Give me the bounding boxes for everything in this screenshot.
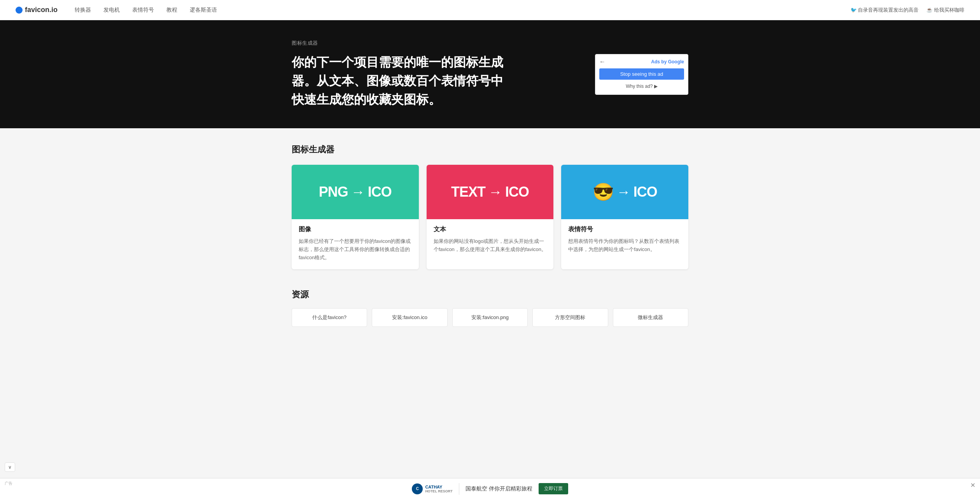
card-image-desc: 如果你已经有了一个想要用于你的favicon的图像或标志，那么使用这个工具将你的… [299, 237, 412, 262]
card-image-title: 图像 [299, 225, 412, 234]
hero-section: 图标生成器 你的下一个项目需要的唯一的图标生成器。从文本、图像或数百个表情符号中… [0, 20, 980, 128]
stop-seeing-ad-button[interactable]: Stop seeing this ad [599, 68, 684, 80]
resources-grid: 什么是favicon? 安装:favicon.ico 安装:favicon.pn… [292, 308, 688, 327]
nav-coffee[interactable]: ☕ 给我买杯咖啡 [926, 7, 964, 14]
nav-link-tutorial[interactable]: 教程 [161, 4, 183, 16]
nav-link-generator[interactable]: 发电机 [98, 4, 125, 16]
ad-popup: ← Ads by Google Stop seeing this ad Why … [595, 54, 688, 95]
resource-squarespace[interactable]: 方形空间图标 [532, 308, 608, 327]
nav-link-emoji[interactable]: 表情符号 [127, 4, 159, 16]
card-text-banner: TEXT → ICO [427, 165, 554, 219]
card-image[interactable]: PNG → ICO 图像 如果你已经有了一个想要用于你的favicon的图像或标… [292, 165, 419, 269]
generator-section-title: 图标生成器 [292, 144, 688, 155]
nav-link-converter[interactable]: 转换器 [69, 4, 96, 16]
resources-section-title: 资源 [292, 289, 688, 300]
resource-what-is-favicon[interactable]: 什么是favicon? [292, 308, 367, 327]
nav-right: 🐦 自录音再现装置发出的高音 ☕ 给我买杯咖啡 [850, 7, 964, 14]
nav-twitter[interactable]: 🐦 自录音再现装置发出的高音 [850, 7, 919, 14]
nav-link-logos[interactable]: 逻各斯圣语 [184, 4, 222, 16]
card-text-title: 文本 [434, 225, 547, 234]
card-image-banner: PNG → ICO [292, 165, 419, 219]
card-text[interactable]: TEXT → ICO 文本 如果你的网站没有logo或图片，想从头开始生成一个f… [427, 165, 554, 269]
card-emoji-desc: 想用表情符号作为你的图标吗？从数百个表情列表中选择，为您的网站生成一个favic… [568, 237, 681, 254]
card-emoji[interactable]: 😎 → ICO 表情符号 想用表情符号作为你的图标吗？从数百个表情列表中选择，为… [561, 165, 688, 269]
brand-name: favicon.io [25, 6, 58, 14]
hero-subtitle: 图标生成器 [292, 40, 509, 47]
card-emoji-title: 表情符号 [568, 225, 681, 234]
cards-grid: PNG → ICO 图像 如果你已经有了一个想要用于你的favicon的图像或标… [292, 165, 688, 269]
ad-back-icon[interactable]: ← [599, 58, 606, 65]
main-content: 图标生成器 PNG → ICO 图像 如果你已经有了一个想要用于你的favico… [276, 128, 704, 335]
nav-links: 转换器 发电机 表情符号 教程 逻各斯圣语 [69, 4, 850, 16]
card-emoji-banner: 😎 → ICO [561, 165, 688, 219]
navbar: favicon.io 转换器 发电机 表情符号 教程 逻各斯圣语 🐦 自录音再现… [0, 0, 980, 20]
ad-by-google-label: Ads by Google [651, 59, 684, 65]
why-this-ad-link[interactable]: Why this ad? ▶ [599, 82, 684, 91]
resource-install-png[interactable]: 安装:favicon.png [452, 308, 528, 327]
hero-title: 你的下一个项目需要的唯一的图标生成器。从文本、图像或数百个表情符号中快速生成您的… [292, 53, 509, 109]
card-text-desc: 如果你的网站没有logo或图片，想从头开始生成一个favicon，那么使用这个工… [434, 237, 547, 254]
resource-logo-generator[interactable]: 微标生成器 [613, 308, 688, 327]
brand-dot-icon [16, 7, 23, 14]
resource-install-ico[interactable]: 安装:favicon.ico [372, 308, 447, 327]
brand-logo[interactable]: favicon.io [16, 6, 58, 14]
